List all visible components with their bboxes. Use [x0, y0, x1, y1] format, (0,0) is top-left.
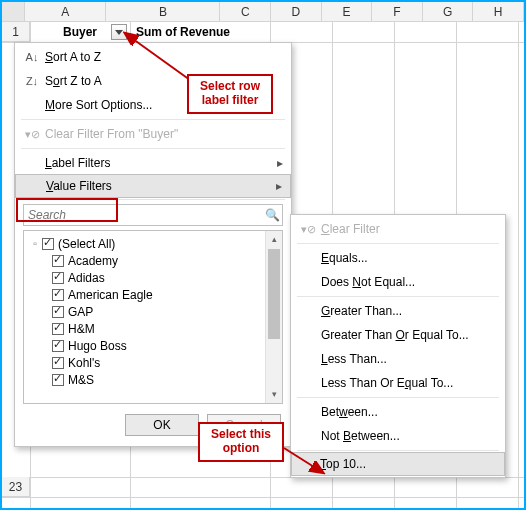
sub-between[interactable]: Between...	[291, 400, 505, 424]
checkbox-icon[interactable]	[42, 238, 54, 250]
checkbox-icon[interactable]	[52, 272, 64, 284]
checkbox-icon[interactable]	[52, 306, 64, 318]
list-item[interactable]: Kohl's	[28, 354, 280, 371]
list-item[interactable]: GAP	[28, 303, 280, 320]
svg-line-0	[126, 34, 190, 80]
sub-less[interactable]: Less Than...	[291, 347, 505, 371]
label-filters[interactable]: Label Filters ▸	[15, 151, 291, 175]
ok-button[interactable]: OK	[125, 414, 199, 436]
funnel-clear-icon: ▾⊘	[21, 128, 43, 141]
svg-line-1	[284, 448, 322, 472]
checkbox-icon[interactable]	[52, 255, 64, 267]
list-item[interactable]: H&M	[28, 320, 280, 337]
scroll-thumb[interactable]	[268, 249, 280, 339]
checkbox-icon[interactable]	[52, 374, 64, 386]
col-E[interactable]: E	[322, 2, 373, 21]
checkbox-icon[interactable]	[52, 357, 64, 369]
sub-clear-filter: ▾⊘ Clear Filter	[291, 217, 505, 241]
sort-za-icon: Z↓	[21, 75, 43, 87]
checkbox-icon[interactable]	[52, 289, 64, 301]
col-F[interactable]: F	[372, 2, 423, 21]
filter-items-list: ▫(Select All) Academy Adidas American Ea…	[23, 230, 283, 404]
chevron-right-icon: ▸	[277, 156, 283, 170]
sub-less-eq[interactable]: Less Than Or Equal To...	[291, 371, 505, 395]
column-header-row: A B C D E F G H	[2, 2, 524, 22]
list-item[interactable]: Hugo Boss	[28, 337, 280, 354]
chevron-right-icon: ▸	[276, 179, 282, 193]
callout-select-option: Select thisoption	[198, 422, 284, 462]
sort-az-icon: A↓	[21, 51, 43, 63]
scroll-up-icon[interactable]: ▴	[266, 231, 282, 248]
list-item[interactable]: Adidas	[28, 269, 280, 286]
sub-greater[interactable]: Greater Than...	[291, 299, 505, 323]
checkbox-icon[interactable]	[52, 340, 64, 352]
sub-not-equal[interactable]: Does Not Equal...	[291, 270, 505, 294]
search-box[interactable]: 🔍	[23, 204, 283, 226]
list-item[interactable]: M&S	[28, 371, 280, 388]
select-all-corner[interactable]	[2, 2, 25, 21]
value-filters-submenu: ▾⊘ Clear Filter Equals... Does Not Equal…	[290, 214, 506, 478]
value-filters[interactable]: Value Filters ▸	[15, 174, 291, 198]
callout-row-filter: Select rowlabel filter	[187, 74, 273, 114]
scroll-down-icon[interactable]: ▾	[266, 386, 282, 403]
checkbox-icon[interactable]	[52, 323, 64, 335]
col-G[interactable]: G	[423, 2, 474, 21]
col-B[interactable]: B	[106, 2, 220, 21]
list-scrollbar[interactable]: ▴ ▾	[265, 231, 282, 403]
col-H[interactable]: H	[473, 2, 524, 21]
search-input[interactable]	[24, 206, 262, 224]
list-item[interactable]: Academy	[28, 252, 280, 269]
list-item[interactable]: American Eagle	[28, 286, 280, 303]
row-1-header[interactable]: 1	[2, 22, 30, 42]
search-icon: 🔍	[262, 208, 282, 222]
col-D[interactable]: D	[271, 2, 322, 21]
list-item[interactable]: ▫(Select All)	[28, 235, 280, 252]
clear-filter: ▾⊘ Clear Filter From "Buyer"	[15, 122, 291, 146]
col-A[interactable]: A	[25, 2, 106, 21]
sub-equals[interactable]: Equals...	[291, 246, 505, 270]
sub-greater-eq[interactable]: Greater Than Or Equal To...	[291, 323, 505, 347]
row-23-header[interactable]: 23	[2, 477, 30, 497]
arrow-to-top10	[278, 442, 328, 482]
col-C[interactable]: C	[220, 2, 271, 21]
funnel-clear-icon: ▾⊘	[297, 223, 319, 236]
